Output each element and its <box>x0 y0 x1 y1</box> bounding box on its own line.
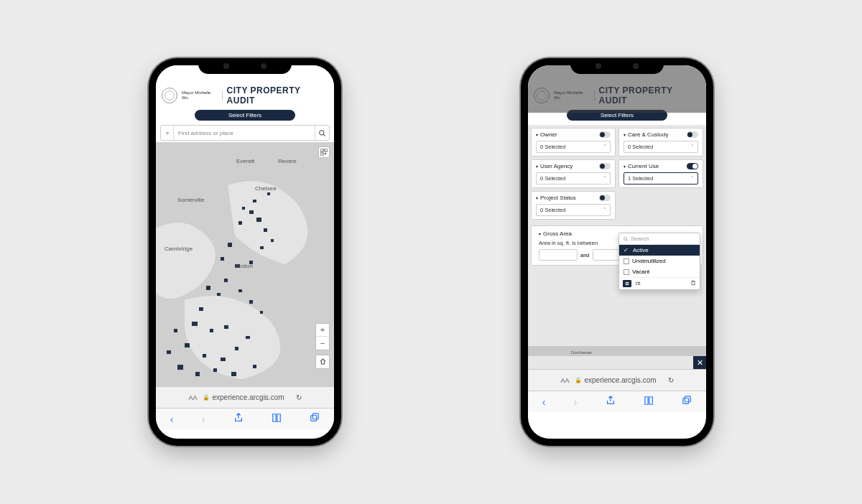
tabs-icon <box>682 396 692 406</box>
select-care-custody[interactable]: 0 Selected ˅ <box>624 141 698 153</box>
clear-button[interactable] <box>690 280 696 287</box>
dropdown-search-placeholder: Search <box>631 235 649 242</box>
city-seal-icon <box>162 88 177 103</box>
home-button[interactable] <box>316 355 329 368</box>
svg-rect-17 <box>224 325 228 329</box>
checklist-icon <box>635 281 641 286</box>
toggle-user-agency[interactable] <box>599 163 611 169</box>
zoom-out-button[interactable]: − <box>316 337 329 350</box>
svg-rect-32 <box>253 200 256 202</box>
svg-rect-40 <box>320 153 323 156</box>
filter-title-project-status[interactable]: Project Status <box>536 195 576 201</box>
chevron-down-icon: ˅ <box>691 144 694 150</box>
reload-button[interactable]: ↻ <box>296 393 302 401</box>
zoom-in-button[interactable]: + <box>316 324 329 337</box>
safari-toolbar: ‹ › <box>528 391 706 412</box>
svg-rect-9 <box>221 257 224 261</box>
phone-screen-left: Mayor Michelle Wu CITY PROPERTY AUDIT Se… <box>156 65 334 439</box>
dropdown-option-vacant[interactable]: Vacant <box>619 266 700 277</box>
select-current-use[interactable]: 1 Selected ˅ <box>624 172 698 185</box>
reload-button[interactable]: ↻ <box>668 376 674 384</box>
toggle-owner[interactable] <box>599 131 611 138</box>
svg-rect-3 <box>242 207 245 210</box>
filter-title-user-agency[interactable]: User Agency <box>536 163 573 169</box>
bookmark-dropdown[interactable]: ▿ <box>161 126 174 140</box>
filter-card-care-custody: Care & Custody 0 Selected ˅ <box>618 128 703 157</box>
select-care-custody-value: 0 Selected <box>628 144 653 150</box>
select-user-agency[interactable]: 0 Selected ˅ <box>536 172 611 185</box>
map-label: Somerville <box>177 197 204 203</box>
svg-rect-31 <box>271 239 274 242</box>
dropdown-footer <box>619 277 700 289</box>
svg-rect-49 <box>683 398 689 404</box>
svg-rect-24 <box>195 372 200 376</box>
text-size-button[interactable]: AA <box>188 394 197 401</box>
share-icon <box>233 413 244 423</box>
dropdown-option-underutilized[interactable]: Underutilized <box>619 256 700 266</box>
toggle-project-status[interactable] <box>599 195 611 201</box>
svg-rect-18 <box>185 343 190 347</box>
tabs-button[interactable] <box>310 413 320 425</box>
select-owner[interactable]: 0 Selected ˅ <box>536 141 611 153</box>
url-display[interactable]: 🔒 experience.arcgis.com <box>203 393 284 401</box>
svg-line-45 <box>626 240 628 241</box>
map-peek-label: Dorchester <box>571 350 592 355</box>
filter-card-current-use: Current Use 1 Selected ˅ <box>618 159 703 188</box>
svg-rect-35 <box>238 289 242 292</box>
toggle-care-custody[interactable] <box>687 131 698 138</box>
select-filters-button[interactable]: Select Filters <box>195 110 295 121</box>
tabs-button[interactable] <box>682 396 692 408</box>
bookmarks-button[interactable] <box>272 413 282 425</box>
search-input[interactable]: Find address or place <box>174 130 315 136</box>
tabs-icon <box>310 413 320 423</box>
svg-rect-39 <box>325 149 328 151</box>
gross-area-min-input[interactable] <box>539 249 578 261</box>
gross-area-and: and <box>580 252 590 258</box>
search-bar: ▿ Find address or place <box>160 125 330 141</box>
toggle-current-use[interactable] <box>687 163 698 169</box>
filter-title-current-use[interactable]: Current Use <box>624 163 659 169</box>
select-owner-value: 0 Selected <box>540 144 565 150</box>
svg-rect-22 <box>246 336 250 339</box>
url-text: experience.arcgis.com <box>212 393 284 401</box>
svg-rect-33 <box>267 192 270 195</box>
map-area[interactable]: Everett Revere Chelsea Somerville Cambri… <box>156 142 334 386</box>
select-user-agency-value: 0 Selected <box>540 175 565 182</box>
checkbox-icon <box>624 258 629 264</box>
book-icon <box>272 413 282 423</box>
list-view-button[interactable] <box>623 280 631 287</box>
select-project-status[interactable]: 0 Selected ˅ <box>536 204 611 216</box>
search-button[interactable] <box>315 126 329 140</box>
svg-rect-13 <box>217 293 221 296</box>
filter-title-care-custody[interactable]: Care & Custody <box>624 131 668 138</box>
svg-rect-12 <box>206 286 210 290</box>
forward-button[interactable]: › <box>202 414 205 425</box>
safari-address-bar: AA 🔒 experience.arcgis.com ↻ <box>156 386 334 408</box>
qr-button[interactable] <box>318 146 330 158</box>
lock-icon: 🔒 <box>203 394 210 401</box>
text-size-button[interactable]: AA <box>560 377 569 384</box>
share-button[interactable] <box>233 413 244 425</box>
check-view-button[interactable] <box>634 280 642 287</box>
svg-rect-43 <box>313 414 319 419</box>
forward-button[interactable]: › <box>574 396 578 408</box>
mayor-line: Mayor Michelle Wu <box>182 90 223 100</box>
phone-notch <box>570 58 664 74</box>
share-button[interactable] <box>606 396 616 408</box>
home-icon <box>319 358 327 365</box>
chevron-down-icon: ˅ <box>603 144 606 150</box>
filter-panel: Owner 0 Selected ˅ Care & Custody 0 Sele… <box>528 125 706 369</box>
svg-rect-28 <box>167 350 171 354</box>
back-button[interactable]: ‹ <box>542 396 546 408</box>
svg-rect-16 <box>210 329 213 332</box>
close-panel-button[interactable]: ✕ <box>693 356 706 369</box>
svg-point-44 <box>624 237 627 240</box>
svg-line-1 <box>323 134 325 136</box>
svg-rect-50 <box>685 396 691 402</box>
url-display[interactable]: 🔒 experience.arcgis.com <box>575 376 656 384</box>
dropdown-option-active[interactable]: Active <box>619 245 700 256</box>
back-button[interactable]: ‹ <box>170 414 174 425</box>
dropdown-search[interactable]: Search <box>619 233 700 245</box>
filter-title-owner[interactable]: Owner <box>536 131 557 138</box>
bookmarks-button[interactable] <box>644 396 654 408</box>
